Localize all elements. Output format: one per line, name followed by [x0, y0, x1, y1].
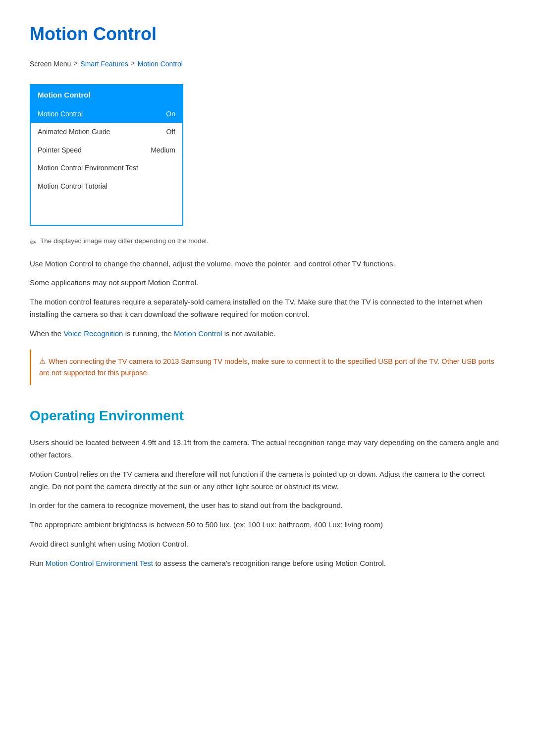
oe-last-paragraph: Run Motion Control Environment Test to a… — [30, 557, 505, 570]
menu-item-tutorial[interactable]: Motion Control Tutorial — [31, 177, 182, 195]
oe-last-prefix: Run — [30, 559, 46, 567]
breadcrumb-sep1: > — [74, 59, 77, 68]
body-paragraph-2: Some applications may not support Motion… — [30, 277, 505, 289]
operating-environment-title: Operating Environment — [30, 405, 505, 427]
menu-title-bar: Motion Control — [31, 85, 182, 105]
oe-last-suffix: to assess the camera's recognition range… — [153, 559, 386, 567]
breadcrumb-motion-control[interactable]: Motion Control — [138, 58, 183, 69]
inline-paragraph: When the Voice Recognition is running, t… — [30, 328, 505, 340]
note-line: ✏ The displayed image may differ dependi… — [30, 236, 505, 249]
menu-item-label: Motion Control Environment Test — [38, 162, 138, 173]
menu-item-label: Motion Control — [38, 108, 83, 119]
menu-item-value-pointer: Medium — [151, 145, 175, 155]
oe-paragraph-4: The appropriate ambient brightness is be… — [30, 519, 505, 531]
motion-control-link[interactable]: Motion Control — [174, 329, 222, 338]
oe-paragraph-5: Avoid direct sunlight when using Motion … — [30, 538, 505, 551]
menu-item-pointer-speed[interactable]: Pointer Speed Medium — [31, 141, 182, 159]
menu-item-motion-control[interactable]: Motion Control On — [31, 105, 182, 123]
voice-recognition-link[interactable]: Voice Recognition — [63, 329, 123, 338]
inline-prefix: When the — [30, 329, 63, 338]
oe-paragraph-2: Motion Control relies on the TV camera a… — [30, 468, 505, 493]
breadcrumb-root: Screen Menu — [30, 58, 71, 69]
menu-box: Motion Control Motion Control On Animate… — [30, 84, 183, 226]
breadcrumb-smart-features[interactable]: Smart Features — [80, 58, 128, 69]
menu-item-value-animated: Off — [166, 126, 175, 137]
warning-icon: ⚠ — [39, 357, 46, 365]
page-title: Motion Control — [30, 20, 505, 49]
menu-item-label: Motion Control Tutorial — [38, 181, 107, 192]
warning-text: ⚠When connecting the TV camera to 2013 S… — [39, 355, 497, 379]
menu-item-environment-test[interactable]: Motion Control Environment Test — [31, 159, 182, 177]
menu-spacer — [31, 195, 182, 225]
body-paragraph-3: The motion control features require a se… — [30, 296, 505, 321]
breadcrumb-sep2: > — [131, 59, 135, 68]
environment-test-link[interactable]: Motion Control Environment Test — [46, 559, 153, 567]
inline-suffix: is not available. — [222, 329, 276, 338]
warning-content: When connecting the TV camera to 2013 Sa… — [39, 357, 494, 377]
note-text: The displayed image may differ depending… — [40, 236, 209, 247]
menu-item-label: Animated Motion Guide — [38, 126, 110, 137]
body-paragraph-1: Use Motion Control to change the channel… — [30, 258, 505, 270]
oe-paragraph-3: In order for the camera to recognize mov… — [30, 500, 505, 512]
warning-box: ⚠When connecting the TV camera to 2013 S… — [30, 350, 505, 385]
menu-item-label: Pointer Speed — [38, 145, 82, 155]
menu-item-value-motion-control: On — [166, 108, 175, 119]
inline-middle: is running, the — [123, 329, 174, 338]
breadcrumb: Screen Menu > Smart Features > Motion Co… — [30, 58, 505, 69]
menu-item-animated-motion-guide[interactable]: Animated Motion Guide Off — [31, 123, 182, 141]
oe-paragraph-1: Users should be located between 4.9ft an… — [30, 437, 505, 461]
pencil-icon: ✏ — [30, 236, 36, 249]
